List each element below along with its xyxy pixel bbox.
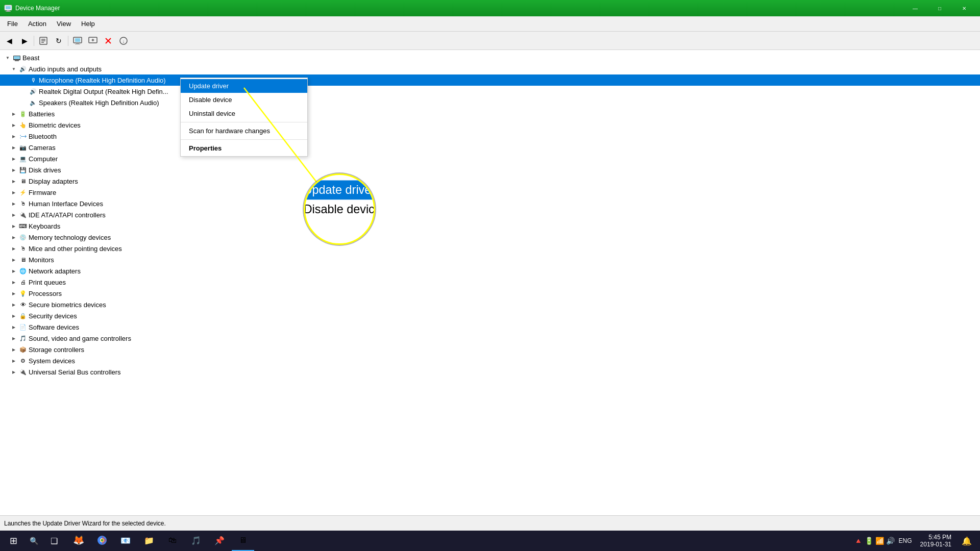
update-button[interactable]: ↻ (52, 34, 66, 48)
display-label: Display adapters (29, 178, 78, 185)
keyboards-icon (19, 222, 27, 230)
context-scan-hardware[interactable]: Scan for hardware changes (181, 124, 307, 138)
properties-button[interactable] (36, 34, 51, 48)
tree-audio-group[interactable]: Audio inputs and outputs (0, 63, 980, 74)
security-icon (19, 312, 27, 320)
tree-biometric[interactable]: Biometric devices (0, 119, 980, 131)
context-disable-device[interactable]: Disable device (181, 93, 307, 107)
language-indicator: ENG (899, 537, 912, 544)
system-tray-icons: 🔺 🔋 📶 🔊 (854, 537, 895, 545)
taskbar-clock[interactable]: 5:45 PM 2019-01-31 (916, 534, 955, 548)
start-button[interactable]: ⊞ (2, 531, 24, 551)
tree-computer[interactable]: Computer (0, 153, 980, 164)
tree-view[interactable]: Beast Audio inputs and outputs Microphon… (0, 50, 980, 515)
tree-usb[interactable]: Universal Serial Bus controllers (0, 366, 980, 378)
output-icon (29, 87, 37, 95)
taskbar-apps: 🦊 📧 📁 🛍 🎵 📌 🖥 (67, 531, 254, 551)
svg-rect-11 (75, 44, 80, 44)
tree-sound[interactable]: Sound, video and game controllers (0, 333, 980, 344)
tree-cameras[interactable]: Cameras (0, 142, 980, 153)
menu-help[interactable]: Help (76, 18, 100, 30)
svg-rect-9 (75, 38, 80, 42)
svg-rect-3 (6, 11, 11, 12)
tree-microphone[interactable]: Microphone (Realtek High Definition Audi… (0, 74, 980, 86)
taskbar-store[interactable]: 🛍 (161, 531, 184, 551)
taskbar-chrome[interactable] (91, 531, 113, 551)
context-update-driver[interactable]: Update driver (181, 79, 307, 93)
tree-security[interactable]: Security devices (0, 310, 980, 321)
taskbar-explorer[interactable]: 📁 (138, 531, 160, 551)
menu-view[interactable]: View (52, 18, 76, 30)
close-button[interactable]: ✕ (952, 0, 976, 16)
root-icon (13, 54, 21, 62)
secure-bio-icon (19, 300, 27, 309)
tree-realtek-output[interactable]: Realtek Digital Output (Realtek High Def… (0, 86, 980, 97)
context-uninstall-device[interactable]: Uninstall device (181, 107, 307, 120)
context-properties[interactable]: Properties (181, 141, 307, 155)
tree-batteries[interactable]: Batteries (0, 108, 980, 119)
task-view-button[interactable]: ❑ (43, 531, 65, 551)
biometric-icon (19, 121, 27, 129)
software-icon (19, 323, 27, 331)
tree-speakers[interactable]: Speakers (Realtek High Definition Audio) (0, 97, 980, 108)
tree-hid[interactable]: Human Interface Devices (0, 198, 980, 209)
menu-action[interactable]: Action (23, 18, 52, 30)
tree-print[interactable]: Print queues (0, 277, 980, 288)
svg-rect-1 (6, 6, 11, 9)
disk-chevron (10, 166, 17, 173)
ide-chevron (10, 211, 17, 218)
delete-button[interactable] (101, 34, 115, 48)
back-button[interactable]: ◀ (2, 34, 16, 48)
toolbar: ◀ ▶ ↻ ↓ (0, 32, 980, 50)
usb-icon (19, 368, 27, 376)
keyboards-chevron (10, 222, 17, 230)
maximize-button[interactable]: □ (928, 0, 951, 16)
security-chevron (10, 312, 17, 319)
taskbar-app6[interactable]: 📌 (208, 531, 231, 551)
wizard-button[interactable]: ↓ (116, 34, 131, 48)
tree-mice[interactable]: Mice and other pointing devices (0, 243, 980, 254)
tree-keyboards[interactable]: Keyboards (0, 220, 980, 232)
add-button[interactable] (86, 34, 100, 48)
notification-button[interactable]: 🔔 (955, 531, 978, 551)
forward-button[interactable]: ▶ (17, 34, 32, 48)
output-label: Realtek Digital Output (Realtek High Def… (39, 88, 168, 95)
menu-file[interactable]: File (2, 18, 23, 30)
taskbar-mail[interactable]: 📧 (114, 531, 137, 551)
time-display: 5:45 PM (928, 534, 951, 541)
memory-label: Memory technology devices (29, 234, 111, 241)
firmware-chevron (10, 189, 17, 196)
tree-network[interactable]: Network adapters (0, 265, 980, 277)
tree-disk[interactable]: Disk drives (0, 164, 980, 176)
mice-icon (19, 244, 27, 253)
tree-secure-bio[interactable]: Secure biometrics devices (0, 299, 980, 310)
tree-root[interactable]: Beast (0, 52, 980, 63)
disk-icon (19, 166, 27, 174)
taskbar-firefox[interactable]: 🦊 (67, 531, 90, 551)
tree-monitors[interactable]: Monitors (0, 254, 980, 265)
window-controls[interactable]: — □ ✕ (903, 0, 976, 16)
search-button[interactable]: 🔍 (24, 532, 43, 550)
taskbar-device-manager[interactable]: 🖥 (232, 531, 254, 551)
tree-bluetooth[interactable]: ⧴ Bluetooth (0, 131, 980, 142)
print-icon (19, 278, 27, 286)
audio-group-label: Audio inputs and outputs (29, 65, 102, 73)
bluetooth-chevron (10, 133, 17, 140)
window-title: Device Manager (15, 5, 903, 12)
monitor-button[interactable] (70, 34, 85, 48)
taskbar-app5[interactable]: 🎵 (185, 531, 207, 551)
tree-processors[interactable]: Processors (0, 288, 980, 299)
tree-display[interactable]: Display adapters (0, 176, 980, 187)
tree-firmware[interactable]: Firmware (0, 187, 980, 198)
minimize-button[interactable]: — (903, 0, 927, 16)
svg-rect-10 (76, 43, 79, 44)
hid-label: Human Interface Devices (29, 200, 103, 208)
tree-software[interactable]: Software devices (0, 321, 980, 333)
tree-system[interactable]: System devices (0, 355, 980, 366)
hid-icon (19, 199, 27, 208)
sound-chevron (10, 335, 17, 342)
tree-ide[interactable]: IDE ATA/ATAPI controllers (0, 209, 980, 220)
tree-storage[interactable]: Storage controllers (0, 344, 980, 355)
tree-memory[interactable]: Memory technology devices (0, 232, 980, 243)
ide-label: IDE ATA/ATAPI controllers (29, 211, 106, 219)
